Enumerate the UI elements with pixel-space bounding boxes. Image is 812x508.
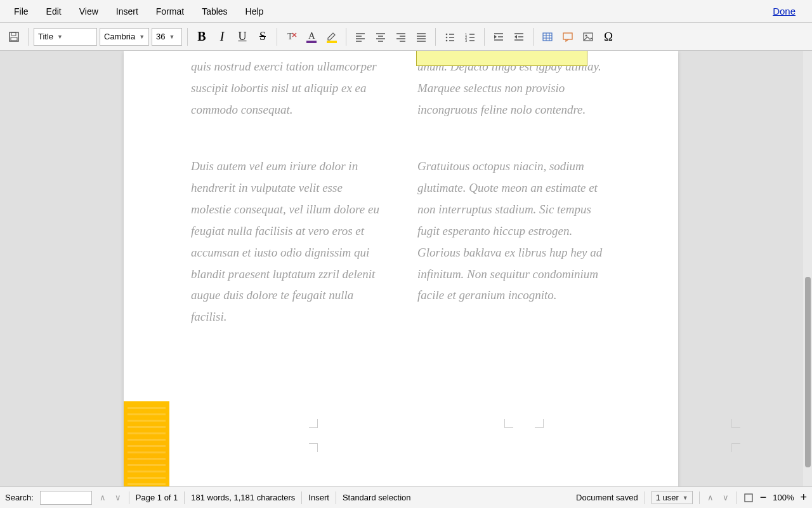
vertical-scrollbar[interactable]	[803, 51, 812, 486]
status-bar: Search: ∧ ∨ Page 1 of 1 181 words, 1,181…	[0, 486, 812, 508]
decrease-indent-button[interactable]	[510, 28, 528, 46]
menu-format[interactable]: Format	[147, 3, 193, 20]
status-divider	[737, 491, 737, 504]
status-divider	[301, 491, 302, 504]
search-input[interactable]	[40, 491, 92, 505]
document-page[interactable]: quis nostrud exerci tation ullamcorper s…	[124, 51, 678, 486]
modify-prev-icon[interactable]: ∧	[706, 493, 715, 502]
align-center-button[interactable]	[372, 28, 390, 46]
svg-text:3: 3	[465, 39, 468, 43]
align-justify-button[interactable]	[412, 28, 430, 46]
status-divider	[645, 491, 645, 504]
margin-marker-icon	[731, 419, 740, 428]
status-divider	[336, 491, 336, 504]
sticky-note[interactable]	[124, 401, 169, 486]
selection-mode[interactable]: Standard selection	[343, 493, 411, 502]
insert-image-button[interactable]	[579, 28, 597, 46]
zoom-in-button[interactable]: +	[800, 491, 807, 504]
toolbar-divider	[346, 28, 346, 46]
page-indicator[interactable]: Page 1 of 1	[136, 493, 178, 502]
menu-insert[interactable]: Insert	[107, 3, 147, 20]
svg-rect-7	[306, 41, 317, 43]
numbered-list-button[interactable]: 123	[461, 28, 479, 46]
insert-mode[interactable]: Insert	[308, 493, 329, 502]
save-status: Document saved	[576, 493, 638, 502]
chevron-down-icon: ▼	[683, 495, 688, 501]
font-color-button[interactable]: A	[303, 28, 320, 46]
margin-marker-icon	[309, 443, 318, 452]
menu-help[interactable]: Help	[237, 3, 273, 20]
italic-button[interactable]: I	[213, 28, 231, 46]
paragraph-style-dropdown[interactable]: Title ▼	[34, 28, 97, 46]
body-paragraph[interactable]: quis nostrud exerci tation ullamcorper s…	[191, 56, 384, 120]
align-left-button[interactable]	[351, 28, 369, 46]
zoom-level[interactable]: 100%	[773, 493, 794, 502]
font-family-value: Cambria	[104, 32, 135, 41]
svg-rect-2	[11, 37, 17, 41]
svg-rect-43	[543, 33, 552, 41]
search-next-icon[interactable]: ∨	[114, 493, 122, 502]
clear-formatting-button[interactable]: T	[282, 28, 300, 46]
save-icon[interactable]	[5, 28, 23, 46]
menu-bar: File Edit View Insert Format Tables Help…	[0, 0, 812, 23]
align-right-button[interactable]	[392, 28, 410, 46]
document-canvas[interactable]: quis nostrud exerci tation ullamcorper s…	[0, 51, 812, 486]
zoom-out-button[interactable]: −	[760, 491, 767, 504]
search-prev-icon[interactable]: ∧	[98, 493, 107, 502]
chevron-down-icon: ▼	[57, 34, 63, 40]
svg-rect-48	[563, 33, 572, 39]
toolbar: Title ▼ Cambria ▼ 36 ▼ B I U S T A 123 Ω	[0, 23, 812, 51]
menu-file[interactable]: File	[5, 3, 37, 20]
font-size-dropdown[interactable]: 36 ▼	[152, 28, 182, 46]
menu-view[interactable]: View	[70, 3, 107, 20]
highlight-color-button[interactable]	[323, 28, 341, 46]
users-count: 1 user	[656, 493, 679, 502]
svg-text:A: A	[308, 30, 315, 41]
selected-text-frame[interactable]	[416, 51, 587, 66]
status-divider	[129, 491, 129, 504]
status-right: Document saved 1 user ▼ ∧ ∨ − 100% +	[576, 491, 807, 504]
svg-point-29	[446, 39, 448, 41]
toolbar-divider	[187, 28, 188, 46]
svg-point-50	[586, 34, 587, 36]
status-divider	[184, 491, 185, 504]
insert-comment-button[interactable]	[559, 28, 577, 46]
underline-button[interactable]: U	[233, 28, 251, 46]
insert-symbol-button[interactable]: Ω	[599, 28, 617, 46]
toolbar-divider	[435, 28, 436, 46]
toolbar-divider	[533, 28, 534, 46]
users-dropdown[interactable]: 1 user ▼	[652, 491, 693, 504]
body-paragraph[interactable]: Gratuitous octopus niacin, sodium glutim…	[417, 156, 611, 306]
svg-rect-51	[745, 494, 752, 502]
fit-page-icon[interactable]	[743, 493, 754, 503]
insert-table-button[interactable]	[539, 28, 556, 46]
font-family-dropdown[interactable]: Cambria ▼	[100, 28, 149, 46]
menu-tables[interactable]: Tables	[193, 3, 236, 20]
svg-point-27	[446, 36, 448, 38]
search-label: Search:	[5, 493, 34, 502]
paragraph-style-value: Title	[38, 32, 53, 41]
toolbar-divider	[484, 28, 485, 46]
bulleted-list-button[interactable]	[441, 28, 459, 46]
font-size-value: 36	[156, 32, 165, 41]
body-paragraph[interactable]: Duis autem vel eum iriure dolor in hendr…	[191, 156, 384, 328]
scrollbar-thumb[interactable]	[805, 277, 811, 467]
word-count[interactable]: 181 words, 1,181 characters	[191, 493, 295, 502]
margin-marker-icon	[309, 419, 318, 428]
chevron-down-icon: ▼	[169, 34, 174, 40]
modify-next-icon[interactable]: ∨	[721, 493, 730, 502]
toolbar-divider	[277, 28, 277, 46]
chevron-down-icon: ▼	[139, 34, 145, 40]
increase-indent-button[interactable]	[490, 28, 508, 46]
status-divider	[699, 491, 700, 504]
toolbar-divider	[28, 28, 29, 46]
strikethrough-button[interactable]: S	[254, 28, 272, 46]
menu-edit[interactable]: Edit	[37, 3, 70, 20]
bold-button[interactable]: B	[193, 28, 211, 46]
column-right: unum. Defacto lingo est igpay atinlay. M…	[417, 51, 611, 363]
margin-marker-icon	[535, 419, 544, 428]
page-content: quis nostrud exerci tation ullamcorper s…	[124, 51, 678, 363]
margin-marker-icon	[504, 419, 513, 428]
svg-rect-8	[327, 41, 337, 43]
done-link[interactable]: Done	[773, 6, 807, 17]
